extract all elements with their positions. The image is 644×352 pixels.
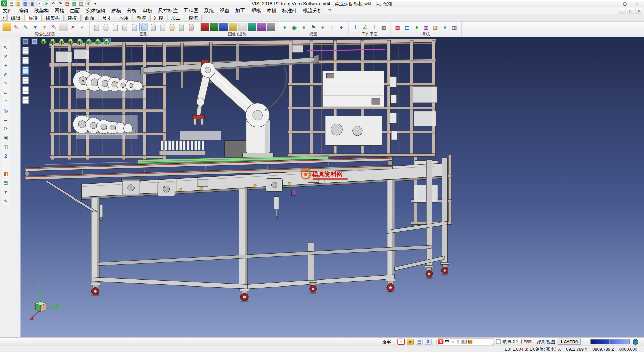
edit-style-icon[interactable]: ✎: [21, 23, 30, 32]
absolute-view-label[interactable]: 绝对视图: [537, 339, 555, 345]
drop-icon[interactable]: ▼: [2, 188, 10, 196]
graphics-shaded-icon[interactable]: [139, 23, 148, 32]
menu-item-standard-parts[interactable]: 标准件: [279, 7, 300, 14]
system-table-icon[interactable]: ▥: [431, 23, 440, 32]
maximize-button[interactable]: ▢: [619, 0, 631, 7]
system-ball-icon[interactable]: ●: [441, 23, 449, 32]
sheet-2-icon[interactable]: [22, 57, 29, 64]
mic-icon[interactable]: [457, 340, 459, 343]
bottom-view-icon[interactable]: [94, 38, 102, 45]
shade-half-icon[interactable]: ◧: [2, 170, 10, 178]
select-icon[interactable]: ↖: [2, 43, 10, 51]
layer-color-bar[interactable]: [590, 339, 610, 344]
menu-item-dimensioning[interactable]: 尺寸标注: [155, 7, 181, 14]
menu-item-machining[interactable]: 加工: [232, 7, 248, 14]
tab-surface[interactable]: 曲面: [81, 14, 98, 21]
edit-attributes-icon[interactable]: ✎: [12, 23, 21, 32]
window-icon[interactable]: ◫: [78, 0, 84, 6]
system-colors-icon[interactable]: ▦: [393, 23, 402, 32]
view-mode-checkbox-icon[interactable]: [496, 339, 500, 344]
doc-close-button[interactable]: ✕: [635, 8, 642, 13]
graphics-style-9-icon[interactable]: [168, 23, 176, 32]
system-options-icon[interactable]: ▦: [450, 23, 459, 32]
menu-item-analysis[interactable]: 分析: [124, 7, 140, 14]
workplane-xy-icon[interactable]: ⊥: [351, 23, 360, 32]
tab-edit[interactable]: 编辑: [7, 14, 24, 21]
graphics-style-10-icon[interactable]: [177, 23, 186, 32]
tab-die[interactable]: 冲模: [150, 14, 167, 21]
secondary-color-bar[interactable]: [610, 339, 630, 344]
plane-icon[interactable]: ▱: [2, 88, 10, 96]
view-flag-icon[interactable]: ⚑: [309, 23, 318, 32]
tab-wireframe[interactable]: 线架构: [42, 14, 63, 21]
system-sphere-icon[interactable]: ●: [412, 23, 421, 32]
graphics-style-3-icon[interactable]: [111, 23, 120, 32]
tab-application[interactable]: 应用: [116, 14, 132, 21]
system-grid-icon[interactable]: ▦: [422, 23, 431, 32]
menu-item-edit[interactable]: 编辑: [16, 7, 32, 14]
save-icon[interactable]: ▦: [22, 0, 28, 6]
lock-label[interactable]: 拴牢: [382, 339, 391, 345]
graphics-style-1-icon[interactable]: [92, 23, 101, 32]
menu-item-molding[interactable]: 塑模: [248, 7, 264, 14]
settings-icon[interactable]: ✱: [85, 0, 91, 6]
menu-item-window[interactable]: 视窗: [217, 7, 233, 14]
ime-mode-chinese[interactable]: 中: [445, 339, 449, 344]
tab-standard[interactable]: 标准: [24, 14, 41, 21]
eraser-icon[interactable]: [59, 23, 68, 32]
menu-item-drafting[interactable]: 工程图: [181, 7, 201, 14]
system-monitor-icon[interactable]: ▤: [403, 23, 412, 32]
sheet-3-active-icon[interactable]: [22, 67, 29, 74]
print-icon[interactable]: ▣: [29, 0, 35, 6]
left-view-icon[interactable]: [75, 38, 84, 45]
tab-moldflow[interactable]: 模流: [184, 14, 201, 21]
paint-icon[interactable]: [2, 23, 11, 32]
top-view-icon[interactable]: [48, 38, 56, 45]
render-gold-icon[interactable]: [229, 23, 237, 32]
apply-filter-icon[interactable]: ✓: [78, 23, 87, 32]
doc-restore-button[interactable]: ▢: [627, 8, 634, 13]
active-layer-button[interactable]: LAYER0: [558, 339, 581, 345]
back-view-icon[interactable]: [85, 38, 93, 45]
view-orbit-icon[interactable]: ●: [280, 23, 289, 32]
globe-icon[interactable]: [633, 339, 638, 345]
view-wire-icon[interactable]: ◌: [328, 23, 336, 32]
render-green-icon[interactable]: [210, 23, 219, 32]
shade-view-icon[interactable]: [31, 38, 39, 45]
open-file-icon[interactable]: ▥: [15, 0, 21, 6]
render-neutral-icon[interactable]: [267, 23, 275, 32]
clear-filter-icon[interactable]: ✕: [68, 23, 77, 32]
mirror-icon[interactable]: ◫: [2, 143, 10, 151]
new-document-icon[interactable]: ▤: [8, 0, 14, 6]
sheet-1-icon[interactable]: [22, 47, 29, 55]
sogou-logo-icon[interactable]: S: [438, 339, 444, 344]
doc-minimize-button[interactable]: –: [619, 8, 626, 13]
favorite-icon[interactable]: ★: [407, 339, 414, 345]
filter-blue-icon[interactable]: ▼: [31, 23, 40, 32]
filter-yellow-icon[interactable]: ▼: [40, 23, 49, 32]
sheet-6-icon[interactable]: [22, 96, 29, 104]
error-icon[interactable]: ✕: [397, 339, 405, 345]
delete-icon[interactable]: ✕: [2, 52, 10, 60]
menu-item-mesh[interactable]: 网格: [52, 7, 67, 14]
render-purple-icon[interactable]: [257, 23, 266, 32]
cut-icon[interactable]: ✂: [36, 0, 42, 6]
graphics-style-2-icon[interactable]: [101, 23, 110, 32]
tab-overflow-dropdown[interactable]: ▾: [1, 15, 6, 21]
tab-machining[interactable]: 加工: [167, 14, 184, 21]
snap-target-icon[interactable]: ⊕: [2, 70, 10, 78]
keyboard-icon[interactable]: [461, 340, 467, 343]
edit-layer-icon[interactable]: ✎: [50, 23, 58, 32]
workplane-angle-icon[interactable]: ∠: [361, 23, 369, 32]
tab-modeling[interactable]: 建模: [64, 14, 80, 21]
menu-item-wireframe[interactable]: 线架构: [31, 7, 52, 14]
minimize-button[interactable]: –: [606, 0, 619, 7]
graphics-style-8-icon[interactable]: [158, 23, 167, 32]
sheet-4-icon[interactable]: [22, 77, 29, 84]
cad-3d-viewport[interactable]: 模具资料网 Y X: [20, 37, 644, 337]
copy-icon[interactable]: ▣: [2, 134, 10, 142]
info-2-icon[interactable]: 2: [425, 339, 432, 345]
workplane-grid-icon[interactable]: ▦: [379, 23, 388, 32]
redo-icon[interactable]: ↷: [57, 0, 63, 6]
view-target-icon[interactable]: ◉: [290, 23, 299, 32]
